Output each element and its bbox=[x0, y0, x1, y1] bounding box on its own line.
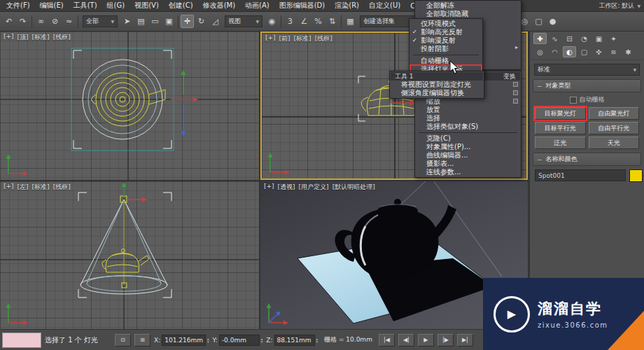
viewport-label-token[interactable]: [+] bbox=[264, 183, 274, 192]
spinner-snap-icon[interactable]: ⇅ bbox=[326, 15, 339, 28]
settings-box-icon[interactable] bbox=[513, 82, 518, 87]
menu-item[interactable]: ✓ 摄影表... ▸ bbox=[416, 160, 520, 168]
viewport-label-token[interactable]: [+] bbox=[4, 33, 14, 42]
menu-item[interactable]: ✓ 连线参数... ▸ bbox=[416, 168, 520, 176]
select-move-icon[interactable]: ✛ bbox=[181, 15, 194, 28]
viewport-label-token[interactable]: [线框] bbox=[53, 33, 71, 42]
menu-item[interactable]: ✓ 影响漫反射 ▸ bbox=[410, 36, 482, 45]
select-scale-icon[interactable]: ◿ bbox=[209, 15, 222, 28]
go-to-start-icon[interactable]: |◀ bbox=[379, 334, 395, 346]
menu-item[interactable]: ✓ 投射阴影 ▸ bbox=[410, 45, 482, 53]
select-object-icon[interactable]: ➤ bbox=[120, 15, 134, 28]
menu-item[interactable]: ✓ 影响高光反射 ▸ bbox=[410, 28, 482, 36]
spinner[interactable]: ▴ ▾ bbox=[261, 337, 263, 343]
render-icon[interactable]: ● bbox=[546, 15, 559, 28]
viewport-label-token[interactable]: [前] bbox=[279, 34, 290, 43]
viewport-label-token[interactable]: [标准] bbox=[32, 183, 50, 192]
unlink-icon[interactable]: ⊘ bbox=[48, 15, 62, 28]
cameras-icon[interactable]: ▢ bbox=[578, 46, 591, 57]
viewport-label-token[interactable]: [标准] bbox=[294, 34, 312, 43]
light-category-dropdown[interactable]: 标准 ▼ bbox=[534, 64, 640, 76]
select-rotate-icon[interactable]: ↻ bbox=[195, 15, 208, 28]
menu-item[interactable]: ✓ ▸ bbox=[413, 55, 479, 55]
object-color-swatch[interactable] bbox=[629, 169, 643, 182]
object-type-button[interactable]: 自由平行光 bbox=[589, 122, 640, 134]
menu-item[interactable]: 创建(C) bbox=[164, 1, 198, 10]
hierarchy-tab-icon[interactable]: ⊟ bbox=[563, 33, 576, 44]
viewport-label-token[interactable]: [标准] bbox=[32, 33, 50, 42]
viewport-label-token[interactable]: [透视] bbox=[278, 183, 295, 192]
shapes-icon[interactable]: ◠ bbox=[548, 46, 561, 57]
menu-item[interactable]: ✓ 全部解冻 ▸ bbox=[416, 1, 520, 10]
utilities-tab-icon[interactable]: ✦ bbox=[607, 33, 620, 44]
object-type-button[interactable]: 天光 bbox=[589, 136, 640, 149]
angle-snap-icon[interactable]: ∠ bbox=[298, 15, 311, 28]
transform-typein-field[interactable]: Z: 88.151mm ▴ ▾ bbox=[266, 335, 318, 346]
snap-toggle-icon[interactable]: 3 bbox=[284, 15, 297, 28]
geometry-icon[interactable]: ◎ bbox=[533, 46, 547, 57]
undo-icon[interactable]: ↶ bbox=[2, 15, 15, 28]
modify-tab-icon[interactable]: ∿ bbox=[548, 33, 561, 44]
viewport-label-token[interactable]: [顶] bbox=[18, 33, 29, 42]
toolbar-separator[interactable] bbox=[178, 15, 178, 28]
object-type-button[interactable]: 泛光 bbox=[535, 136, 586, 149]
object-type-button[interactable]: 目标聚光灯 bbox=[535, 107, 586, 120]
viewport-label-token[interactable]: [左] bbox=[18, 183, 29, 192]
menu-item[interactable]: 编辑(E) bbox=[35, 1, 69, 10]
menu-item[interactable]: ✓ 仅环境模式 ▸ bbox=[410, 20, 482, 28]
workspace-selector[interactable]: 工作区: 默认 ▼ bbox=[598, 0, 640, 12]
next-frame-icon[interactable]: |▶ bbox=[438, 334, 454, 346]
spinner-down-icon[interactable]: ▾ bbox=[261, 340, 263, 343]
transform-typein-field[interactable]: X: 101.216mm ▴ ▾ bbox=[154, 335, 209, 346]
create-tab-icon[interactable]: ✚ bbox=[533, 33, 547, 44]
window-crossing-icon[interactable]: ▣ bbox=[162, 15, 176, 28]
redo-icon[interactable]: ↷ bbox=[16, 15, 29, 28]
menu-item[interactable]: ✓ 选择 ▸ bbox=[416, 114, 520, 122]
reference-coordinate-dropdown[interactable]: 视图 ▼ bbox=[225, 15, 262, 27]
axis-value[interactable]: 88.151mm bbox=[274, 335, 315, 346]
spacewarps-icon[interactable]: ≋ bbox=[607, 46, 620, 57]
viewport-label-token[interactable]: [线框] bbox=[315, 34, 332, 43]
menu-item[interactable]: 文件(F) bbox=[1, 1, 35, 10]
menu-item[interactable]: ✓ 曲线编辑器... ▸ bbox=[416, 151, 520, 160]
menu-item[interactable]: 自定义(U) bbox=[364, 1, 405, 10]
spinner[interactable]: ▴ ▾ bbox=[207, 337, 209, 343]
lock-selection-icon[interactable]: ⊞ bbox=[134, 334, 150, 346]
viewport-label-token[interactable]: [默认明暗处理] bbox=[332, 183, 375, 192]
menu-item[interactable]: 组(G) bbox=[102, 1, 130, 10]
viewport-top-view[interactable]: [+][顶][标准][线框] bbox=[0, 31, 259, 180]
named-sets-icon[interactable]: ▦ bbox=[344, 15, 357, 28]
isolate-toggle-icon[interactable]: ⊡ bbox=[115, 334, 131, 346]
viewport-label-token[interactable]: [线框] bbox=[53, 183, 71, 192]
menu-item[interactable]: ✓ 侧滚角度编辑器切换 ▸ bbox=[391, 89, 483, 97]
rendered-frame-icon[interactable]: ▢ bbox=[532, 15, 545, 28]
settings-box-icon[interactable] bbox=[513, 99, 518, 104]
spinner-down-icon[interactable]: ▾ bbox=[316, 340, 318, 343]
menu-item[interactable]: ✓ 对象属性(P)... ▸ bbox=[416, 143, 520, 151]
toolbar-separator[interactable] bbox=[31, 15, 32, 28]
percent-snap-icon[interactable]: % bbox=[312, 15, 325, 28]
menu-item[interactable]: ✓ 放置 ▸ bbox=[416, 106, 520, 114]
select-by-name-icon[interactable]: ▤ bbox=[134, 15, 148, 28]
motion-tab-icon[interactable]: ◔ bbox=[578, 33, 591, 44]
autogrid-checkbox[interactable] bbox=[570, 97, 577, 104]
menu-item[interactable]: ✓ 克隆(C) ▸ bbox=[416, 134, 520, 143]
menu-item[interactable]: 渲染(R) bbox=[330, 1, 364, 10]
spinner-down-icon[interactable]: ▾ bbox=[207, 340, 209, 343]
rollout-object-type[interactable]: − 对象类型 bbox=[533, 79, 641, 92]
object-type-button[interactable]: 自由聚光灯 bbox=[589, 107, 640, 120]
menu-item[interactable]: ✓ ▸ bbox=[419, 132, 517, 133]
settings-box-icon[interactable] bbox=[513, 90, 518, 95]
menu-item[interactable]: 工具(T) bbox=[69, 1, 102, 10]
go-to-end-icon[interactable]: ▶| bbox=[457, 334, 473, 346]
rollout-name-color[interactable]: − 名称和颜色 bbox=[533, 153, 641, 166]
helpers-icon[interactable]: ✜ bbox=[592, 46, 606, 57]
lights-icon[interactable]: ◐ bbox=[563, 46, 576, 57]
viewport-left-view[interactable]: [+][左][标准][线框] bbox=[0, 181, 259, 329]
marquee-rect-icon[interactable]: ▭ bbox=[148, 15, 162, 28]
axis-value[interactable]: 101.216mm bbox=[162, 335, 206, 346]
bind-spacewarp-icon[interactable]: ≈ bbox=[62, 15, 76, 28]
use-pivot-icon[interactable]: ◉ bbox=[265, 15, 279, 28]
spinner[interactable]: ▴ ▾ bbox=[316, 337, 318, 343]
selection-filter-dropdown[interactable]: 全部 ▼ bbox=[83, 15, 118, 27]
